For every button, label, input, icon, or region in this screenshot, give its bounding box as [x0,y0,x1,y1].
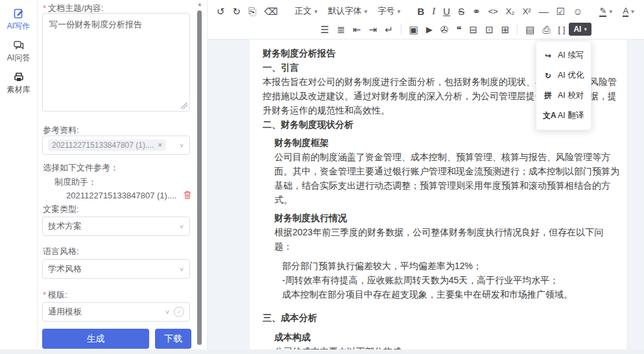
reference-file-tag[interactable]: 2021122715133847807 (1).... × [48,139,166,151]
strikethrough-icon[interactable]: S [454,5,468,18]
rail-item-label: 素材库 [0,84,37,95]
writing-form-panel: *文档主题/内容: 写一份财务制度分析报告 参考资料: 202112271513… [38,0,197,349]
doc-pen-icon [0,8,37,19]
ai-tools-menu: ↪ AI 续写 ↻ AI 优化 拼 AI 校对 文A AI 翻译 [536,41,591,130]
file-section-label: 选择如下文件参考： [43,162,119,174]
caret-down-icon: ▾ [364,8,367,15]
blockquote-icon[interactable]: ❝ [453,23,466,36]
icon-rail: AI写作 AI问答 素材库 [0,0,38,349]
format-painter-icon[interactable]: ⎘ [244,5,260,18]
language-style-select[interactable]: 学术风格 ∨ [42,259,190,279]
caret-down-icon: ▾ [314,8,317,15]
doc-list-item: 成本控制在部分项目中存在超支现象，主要集中在研发和市场推广领域。 [282,287,620,301]
generate-button[interactable]: 生成 [42,329,149,349]
toolbar-row-1: ↺ ↻ ⎘ ⌫ 正文▾ 默认字体▾ 字号▾ B I U S ⚭ [213,3,641,19]
rail-item-label: AI问答 [0,53,37,64]
ai-tools-button[interactable]: AI▾ [569,23,591,36]
font-family-dropdown[interactable]: 默认字体▾ [322,4,372,18]
outdent-icon[interactable]: ⇤ [349,23,365,36]
paragraph-style-dropdown[interactable]: 正文▾ [289,4,322,18]
doc-paragraph: 公司的成本主要由以下部分构成： [274,344,620,349]
doc-paragraph: 根据2023年前三季度的财务数据，公司整体财务制度执行情况良好，但存在以下问题： [274,225,620,254]
highlight-color-dropdown[interactable]: ✎ ▾ [594,5,617,18]
chevron-down-icon: ∨ [165,309,170,315]
panel-scrollbar[interactable]: ▲ [197,0,203,349]
insert-image-icon[interactable]: ▣ [405,23,422,36]
ordered-list-icon[interactable]: ≣ [333,23,349,36]
required-mark: * [43,290,46,300]
font-size-dropdown[interactable]: 字号▾ [372,4,405,18]
topic-input[interactable]: 写一份财务制度分析报告 [42,13,190,112]
ai-translate-icon: 文A [543,110,553,121]
horizontal-rule-icon[interactable]: — [535,5,553,18]
chevron-down-icon: ∨ [179,142,184,148]
language-style-label: 语言风格: [43,246,79,257]
menu-item-ai-translate[interactable]: 文A AI 翻译 [536,106,591,126]
reference-file-name: 2021122715133847807 (1).... [66,191,176,200]
redo-icon[interactable]: ↻ [229,5,245,18]
reference-select[interactable]: 2021122715133847807 (1).... × ∨ [42,136,190,155]
chevron-down-icon: ∨ [179,266,184,272]
doc-subheading: 财务制度框架 [274,136,620,150]
toolbar-separator [517,24,518,34]
rail-item-label: AI写作 [0,21,37,32]
table-icon[interactable]: ⊞ [497,23,514,36]
subscript-icon[interactable]: X₂ [502,6,519,17]
caret-down-icon: ▾ [609,8,612,15]
bullet-list-icon[interactable]: ☰ [316,23,333,36]
emoji-icon[interactable]: ☺ [569,5,586,18]
caret-down-icon: ▾ [397,8,400,15]
copy-type-label: 文案类型: [43,204,79,215]
highlight-pen-icon: ✎ [599,6,606,17]
divider-icon[interactable]: ⊟ [466,23,482,36]
delete-file-icon[interactable] [183,190,192,202]
ai-optimize-icon: ↻ [543,71,553,80]
doc-heading: 三、成本分析 [263,311,620,325]
doc-subheading: 财务制度执行情况 [274,211,620,225]
chevron-down-icon: ∨ [179,223,184,230]
link-icon[interactable]: ⚭ [468,5,484,18]
doc-paragraph: 公司目前的制度涵盖了资金管理、成本控制、预算管理、核算与报告、风险管理等方面。其… [274,150,620,207]
task-list-icon[interactable]: ☑ [553,5,569,18]
clear-format-icon[interactable]: ⌫ [260,5,281,18]
font-color-dropdown[interactable]: A ▾ [617,5,639,18]
indent-icon[interactable]: ⇥ [365,23,381,36]
rail-item-ai-writing[interactable]: AI写作 [0,0,37,32]
toolbar-separator [401,24,401,34]
template-select[interactable]: 通用模板 ∨ ✓ [42,302,190,322]
doc-list-item: 部分部门预算执行偏差较大，平均偏差率为12%； [282,259,620,273]
rail-item-ai-qa[interactable]: AI问答 [0,32,37,64]
fullscreen-icon[interactable]: [ ] [555,24,569,35]
ai-continue-icon: ↪ [543,51,553,60]
doc-list-item: -周转效率有待提高，应收账款周转天数为45天，高于行业平均水平； [282,273,620,287]
bold-icon[interactable]: B [413,5,428,18]
print-icon[interactable]: ⎙ [539,23,555,36]
superscript-icon[interactable]: X² [519,6,535,17]
library-icon [0,71,37,83]
remove-tag-icon[interactable]: × [158,141,162,150]
menu-item-ai-proofread[interactable]: 拼 AI 校对 [536,86,591,106]
undo-icon[interactable]: ↺ [213,5,229,18]
editor-toolbar: ↺ ↻ ⎘ ⌫ 正文▾ 默认字体▾ 字号▾ B I U S ⚭ [208,0,644,40]
rail-item-material-library[interactable]: 素材库 [0,64,37,95]
menu-item-ai-optimize[interactable]: ↻ AI 优化 [536,65,591,86]
page-setup-icon[interactable]: ▤ [521,23,538,36]
menu-item-ai-continue[interactable]: ↪ AI 续写 [536,45,591,65]
circle-check-icon: ✓ [174,307,184,317]
download-button[interactable]: 下载 [155,329,191,349]
underline-icon[interactable]: U [439,5,454,18]
insert-video-icon[interactable]: ▶ [422,24,436,35]
copy-type-select[interactable]: 技术方案 ∨ [42,217,190,236]
italic-icon[interactable]: I [428,5,439,18]
scrollbar-thumb[interactable] [197,10,202,345]
scroll-up-icon[interactable]: ▲ [197,1,203,7]
toolbar-row-2: ☰ ≣ ⇤ ⇥ ↵ ▣ ▶ ✇ ❝ ⊟ ⊡ ⊞ ▤ ⎙ [ ] AI▾ [316,21,591,38]
code-inline-icon[interactable]: <> [484,6,502,17]
reference-label: 参考资料: [43,124,79,136]
font-color-icon: A [623,6,628,17]
attachment-icon[interactable]: ✇ [436,23,453,36]
assistant-label: 制度助手： [54,176,97,188]
code-block-icon[interactable]: ⊡ [481,23,497,36]
text-wrap-icon[interactable]: ↵ [381,23,397,36]
ai-writing-app: AI写作 AI问答 素材库 *文档主题/内容: 写一份财务制度分析报告 参 [0,0,644,354]
